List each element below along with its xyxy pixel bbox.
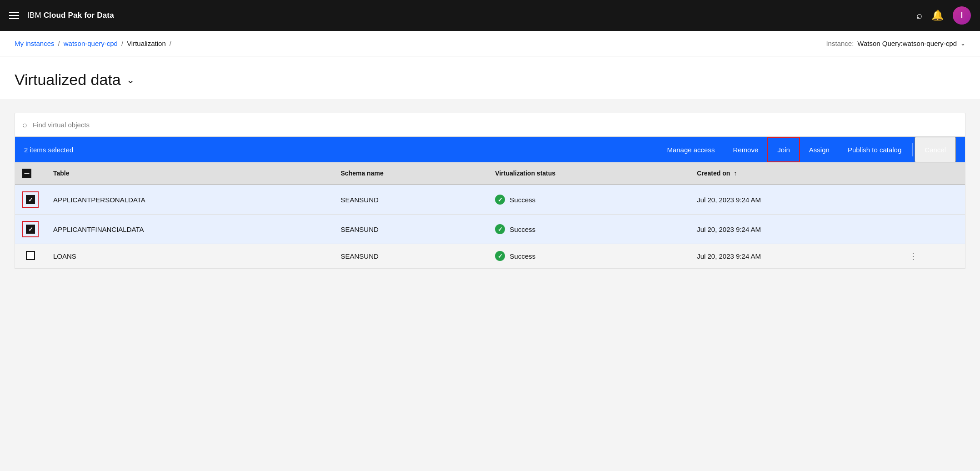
th-actions <box>901 162 965 185</box>
search-bar: ⌕ <box>15 113 965 136</box>
breadcrumb: My instances / watson-query-cpd / Virtua… <box>15 40 175 47</box>
brand-logo: IBM Cloud Pak for Data <box>27 11 114 20</box>
brand-text: IBM <box>27 11 44 20</box>
toolbar-actions: Manage access Remove Join Assign Publish… <box>658 137 956 162</box>
td-row-action[interactable]: ⋮ <box>901 244 965 268</box>
th-table: Table <box>46 162 334 185</box>
td-status: ✓Success <box>488 215 690 244</box>
remove-button[interactable]: Remove <box>724 137 767 162</box>
publish-to-catalog-button[interactable]: Publish to catalog <box>839 137 910 162</box>
td-schema-name: SEANSUND <box>334 185 488 215</box>
breadcrumb-virtualization: Virtualization <box>127 40 166 47</box>
cancel-button[interactable]: Cancel <box>915 137 956 162</box>
status-text: Success <box>510 252 535 260</box>
table-row: APPLICANTFINANCIALDATASEANSUND✓SuccessJu… <box>15 215 965 244</box>
breadcrumb-sep-2: / <box>121 40 123 47</box>
page-title-chevron-icon[interactable]: ⌄ <box>126 74 135 86</box>
toolbar-selected-count: 2 items selected <box>24 146 658 154</box>
status-success-icon: ✓ <box>495 251 505 261</box>
search-icon[interactable]: ⌕ <box>916 10 922 21</box>
instance-value: Watson Query:watson-query-cpd <box>857 40 957 47</box>
td-created-on: Jul 20, 2023 9:24 AM <box>690 244 901 268</box>
td-created-on: Jul 20, 2023 9:24 AM <box>690 215 901 244</box>
page-header: Virtualized data ⌄ <box>0 56 980 100</box>
breadcrumb-sep-1: / <box>58 40 60 47</box>
toolbar-divider <box>912 143 913 156</box>
td-checkbox[interactable] <box>15 185 46 215</box>
td-created-on: Jul 20, 2023 9:24 AM <box>690 185 901 215</box>
status-success-icon: ✓ <box>495 224 505 234</box>
td-status: ✓Success <box>488 244 690 268</box>
avatar[interactable]: I <box>953 6 971 25</box>
table-row: LOANSSEANSUND✓SuccessJul 20, 2023 9:24 A… <box>15 244 965 268</box>
th-schema-name: Schema name <box>334 162 488 185</box>
td-row-action <box>901 215 965 244</box>
th-virtualization-status: Virtualization status <box>488 162 690 185</box>
join-button[interactable]: Join <box>767 137 800 162</box>
breadcrumb-my-instances[interactable]: My instances <box>15 40 55 47</box>
table-toolbar: 2 items selected Manage access Remove Jo… <box>15 137 965 162</box>
breadcrumb-sep-3: / <box>170 40 171 47</box>
sort-asc-icon: ↑ <box>734 170 737 177</box>
td-table-name: APPLICANTPERSONALDATA <box>46 185 334 215</box>
row-action-menu-icon[interactable]: ⋮ <box>909 251 918 261</box>
hamburger-menu[interactable] <box>9 12 19 19</box>
select-all-checkbox[interactable] <box>22 169 31 178</box>
instance-label: Instance: <box>826 40 854 47</box>
td-checkbox[interactable] <box>15 215 46 244</box>
breadcrumb-bar: My instances / watson-query-cpd / Virtua… <box>0 31 980 56</box>
assign-button[interactable]: Assign <box>800 137 839 162</box>
td-checkbox[interactable] <box>15 244 46 268</box>
top-navigation: IBM Cloud Pak for Data ⌕ 🔔 I <box>0 0 980 31</box>
checkbox-highlight <box>22 191 39 208</box>
table-wrapper: 2 items selected Manage access Remove Jo… <box>15 136 965 269</box>
status-text: Success <box>510 225 535 233</box>
status-text: Success <box>510 196 535 204</box>
breadcrumb-watson-query-cpd[interactable]: watson-query-cpd <box>64 40 118 47</box>
row-checkbox[interactable] <box>26 225 35 234</box>
td-status: ✓Success <box>488 185 690 215</box>
checkbox-highlight <box>22 221 39 237</box>
data-table: Table Schema name Virtualization status … <box>15 162 965 268</box>
page-title: Virtualized data <box>15 71 121 89</box>
td-table-name: APPLICANTFINANCIALDATA <box>46 215 334 244</box>
th-created-on-label: Created on <box>697 170 730 177</box>
row-checkbox[interactable] <box>26 251 35 260</box>
bell-icon[interactable]: 🔔 <box>931 10 944 21</box>
main-content: ⌕ 2 items selected Manage access Remove … <box>0 100 980 281</box>
brand-bold: Cloud Pak for Data <box>44 11 114 20</box>
th-created-on[interactable]: Created on ↑ <box>690 162 901 185</box>
instance-selector[interactable]: Instance: Watson Query:watson-query-cpd … <box>826 40 965 47</box>
th-select-all[interactable] <box>15 162 46 185</box>
table-row: APPLICANTPERSONALDATASEANSUND✓SuccessJul… <box>15 185 965 215</box>
search-input[interactable] <box>33 121 958 129</box>
manage-access-button[interactable]: Manage access <box>658 137 724 162</box>
status-success-icon: ✓ <box>495 195 505 205</box>
td-schema-name: SEANSUND <box>334 244 488 268</box>
td-table-name: LOANS <box>46 244 334 268</box>
td-row-action <box>901 185 965 215</box>
search-icon: ⌕ <box>22 120 27 130</box>
instance-chevron-icon: ⌄ <box>960 40 965 47</box>
row-checkbox[interactable] <box>26 195 35 204</box>
td-schema-name: SEANSUND <box>334 215 488 244</box>
